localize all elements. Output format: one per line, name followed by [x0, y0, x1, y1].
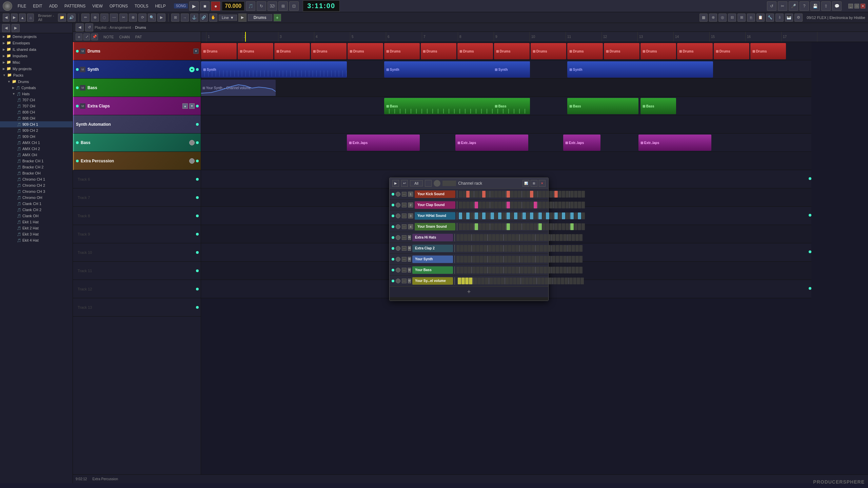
- pattern-drums-16[interactable]: ⊞ Drums: [750, 43, 786, 59]
- pad-1-14[interactable]: [514, 202, 517, 208]
- pad-2-22[interactable]: [546, 212, 549, 219]
- solo-btn[interactable]: ◎: [718, 14, 727, 22]
- pad-1-25[interactable]: [558, 202, 561, 208]
- pad-6-25[interactable]: [556, 256, 559, 263]
- pad-8-11[interactable]: [501, 278, 504, 284]
- pad-3-18[interactable]: [530, 223, 533, 230]
- pad-4-29[interactable]: [572, 234, 575, 241]
- pad-3-6[interactable]: [482, 223, 486, 230]
- pad-2-29[interactable]: [574, 212, 577, 219]
- sidebar-item-18[interactable]: 🎵AMX CH 2: [0, 146, 73, 152]
- pattern-drums-14[interactable]: ⊞ Drums: [677, 43, 713, 59]
- track-mute-drums[interactable]: M: [80, 48, 85, 54]
- channel-name-btn-1[interactable]: Your Clap Sound: [415, 201, 455, 209]
- sidebar-item-12[interactable]: 🎵808 CH: [0, 109, 73, 115]
- pad-5-26[interactable]: [559, 245, 563, 252]
- pad-6-14[interactable]: [512, 256, 515, 263]
- channel-icon-4[interactable]: ⚙: [408, 235, 411, 240]
- help-icon[interactable]: ?: [800, 1, 809, 11]
- sidebar-item-21[interactable]: 🎵Bracke CH 2: [0, 164, 73, 170]
- channel-knob1-5[interactable]: [396, 246, 400, 251]
- pad-8-18[interactable]: [529, 278, 532, 284]
- pad-4-13[interactable]: [508, 234, 511, 241]
- pad-3-3[interactable]: [470, 223, 473, 230]
- pad-2-20[interactable]: [538, 212, 542, 219]
- window-close[interactable]: ✕: [861, 4, 865, 8]
- pad-4-5[interactable]: [476, 234, 479, 241]
- sidebar-item-6[interactable]: ▼📁Packs: [0, 72, 73, 78]
- pad-8-19[interactable]: [533, 278, 536, 284]
- track-dot-extra-claps[interactable]: [76, 105, 79, 107]
- pad-0-29[interactable]: [574, 191, 577, 198]
- channel-icon-5[interactable]: ⚙: [408, 246, 411, 251]
- pad-8-6[interactable]: [481, 278, 485, 284]
- browser-fwd-btn[interactable]: ▶: [11, 14, 18, 22]
- pencil-tool[interactable]: ✏: [81, 14, 90, 22]
- pad-0-28[interactable]: [570, 191, 574, 198]
- pad-7-19[interactable]: [531, 267, 535, 273]
- pad-6-8[interactable]: [488, 256, 492, 263]
- pad-4-22[interactable]: [544, 234, 547, 241]
- track-dot-drums[interactable]: [76, 50, 79, 53]
- pad-4-28[interactable]: [568, 234, 571, 241]
- sidebar-item-8[interactable]: ▶🎵Cymbals: [0, 85, 73, 91]
- pad-6-27[interactable]: [563, 256, 567, 263]
- sidebar-item-26[interactable]: 🎵Chromo OH: [0, 195, 73, 201]
- chat-icon[interactable]: 💬: [832, 1, 842, 11]
- pad-0-4[interactable]: [475, 191, 478, 198]
- track-mute-extra-claps[interactable]: M: [80, 103, 85, 109]
- zoom-tool[interactable]: 🔍: [148, 14, 156, 22]
- pad-3-30[interactable]: [578, 223, 581, 230]
- header-pin-btn[interactable]: 📌: [91, 34, 98, 40]
- export-icon[interactable]: ⇧: [821, 1, 831, 11]
- pad-7-16[interactable]: [520, 267, 524, 273]
- pattern-synth-3[interactable]: ⊞ Synth: [493, 61, 530, 78]
- pad-7-13[interactable]: [508, 267, 511, 273]
- detuning-tool[interactable]: 〰: [110, 14, 118, 22]
- nav-arrow-btn[interactable]: ◀: [76, 23, 84, 32]
- window-maximize[interactable]: □: [854, 4, 859, 8]
- pad-4-27[interactable]: [563, 234, 567, 241]
- pattern-extra-2[interactable]: ⊞ Extr..laps: [455, 135, 528, 151]
- menu-help[interactable]: HELP: [154, 3, 167, 9]
- sidebar-item-29[interactable]: 🎵Clank OH: [0, 213, 73, 219]
- pattern-drums-8[interactable]: ⊞ Drums: [457, 43, 493, 59]
- pad-4-10[interactable]: [496, 234, 499, 241]
- pad-6-12[interactable]: [504, 256, 508, 263]
- sidebar-item-32[interactable]: 🎵Ekit 3 Hat: [0, 231, 73, 237]
- pad-2-7[interactable]: [486, 212, 489, 219]
- pad-5-7[interactable]: [484, 245, 487, 252]
- pad-2-19[interactable]: [534, 212, 537, 219]
- pad-0-5[interactable]: [478, 191, 482, 198]
- pad-2-9[interactable]: [494, 212, 498, 219]
- channel-name-btn-2[interactable]: Your HiHat Sound: [415, 212, 455, 220]
- pad-0-26[interactable]: [562, 191, 565, 198]
- pad-4-14[interactable]: [512, 234, 515, 241]
- menu-add[interactable]: ADD: [48, 3, 59, 9]
- channel-knob1-6[interactable]: [396, 257, 400, 262]
- cut-tool[interactable]: ✂: [119, 14, 127, 22]
- channel-icon-6[interactable]: ⚙: [408, 257, 411, 262]
- pad-5-3[interactable]: [468, 245, 471, 252]
- pad-3-21[interactable]: [542, 223, 546, 230]
- channel-mute-4[interactable]: —: [402, 235, 407, 240]
- pad-5-6[interactable]: [480, 245, 483, 252]
- pad-1-0[interactable]: [459, 202, 462, 208]
- pad-0-1[interactable]: [462, 191, 466, 198]
- pad-4-11[interactable]: [499, 234, 503, 241]
- pad-1-27[interactable]: [566, 202, 569, 208]
- pad-6-19[interactable]: [531, 256, 535, 263]
- pad-2-24[interactable]: [554, 212, 558, 219]
- pad-5-9[interactable]: [492, 245, 495, 252]
- pad-8-7[interactable]: [485, 278, 488, 284]
- pad-3-10[interactable]: [498, 223, 501, 230]
- pad-3-11[interactable]: [502, 223, 505, 230]
- pad-4-4[interactable]: [472, 234, 476, 241]
- pad-0-2[interactable]: [466, 191, 470, 198]
- sidebar-item-7[interactable]: ▼📁Drums: [0, 78, 73, 85]
- pad-8-30[interactable]: [577, 278, 580, 284]
- select-tool[interactable]: ⊕: [91, 14, 99, 22]
- pattern-drums-5[interactable]: ⊞ Drums: [348, 43, 383, 59]
- cut-icon[interactable]: ✂: [778, 1, 787, 11]
- pad-3-5[interactable]: [478, 223, 482, 230]
